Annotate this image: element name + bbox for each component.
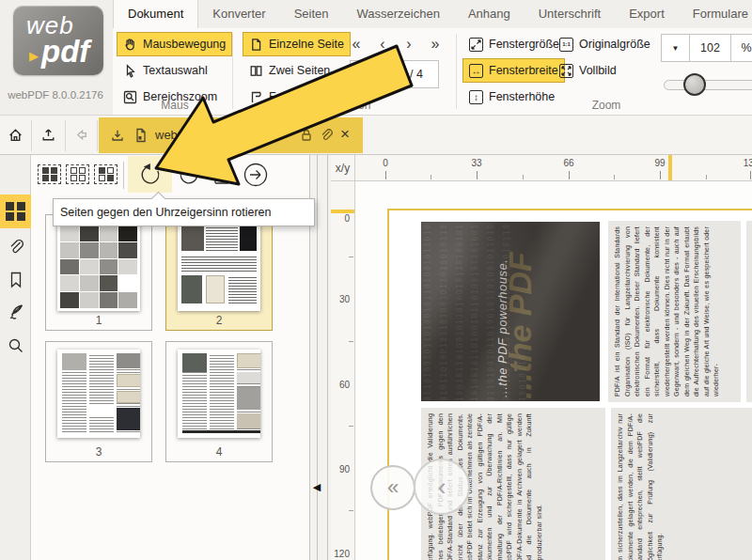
fensterbreite-label: Fensterbreite [489,64,558,77]
cursor-y-marker [331,210,355,213]
ruler-label: 0 [383,158,388,168]
tab-dokument[interactable]: Dokument [113,0,198,28]
move-pages-button[interactable] [243,162,269,188]
back-button[interactable] [66,116,97,154]
select-all-pages-button[interactable] [38,164,61,184]
zoom-dropdown-button[interactable]: ▼ [661,34,690,62]
ruler-label: 30 [339,294,350,304]
sidebar-item-signature[interactable] [0,295,31,329]
rotate-clockwise-button[interactable] [177,163,201,187]
tab-konverter[interactable]: Konverter [198,0,279,28]
quill-icon [7,303,25,321]
page-thumbnail-2-selected[interactable]: 2 [165,214,273,331]
app-version: webPDF 8.0.0.2176 [0,89,111,101]
mausbewegung-button[interactable]: Mausbewegung [117,32,232,56]
back-arrow-icon [73,127,89,143]
thumbnail-image [57,223,140,311]
arrow-right-circle-icon [243,162,269,188]
thumbnail-image [178,223,260,311]
tab-export[interactable]: Export [615,0,679,28]
zoom-slider-knob[interactable] [683,73,706,96]
delete-pages-button[interactable] [211,162,233,187]
zwei-seiten-button[interactable]: Zwei Seiten [243,58,337,83]
ruler-label: 132 [744,158,752,168]
separator [65,120,66,151]
page-cover-image: 0110100101101001011010010110100101101001… [421,222,600,401]
logo-pdf-text: pdf [41,34,89,70]
document-tab[interactable]: webpdf_de.pdf × [99,117,363,153]
close-document-button[interactable]: × [331,117,359,153]
zoom-level-input[interactable]: 102 [689,34,731,62]
tab-wasserzeichen[interactable]: Wasserzeichen [343,0,454,28]
image-gloss [421,222,600,401]
ruler-corner: x/y [331,155,355,181]
cursor-x-marker [668,155,672,181]
deselect-all-pages-button[interactable] [66,164,89,184]
tab-formulare[interactable]: Formulare [679,0,752,28]
invert-selection-button[interactable] [94,164,118,184]
fit-width-icon: ↔ [469,64,483,78]
page-number: 1 [46,314,151,327]
page-number-input[interactable]: 2 [350,60,395,88]
sidebar-item-bookmarks[interactable] [0,263,31,297]
zoom-slider-track[interactable] [664,80,752,90]
tab-unterschrift[interactable]: Unterschrift [525,0,615,28]
first-page-overlay-button[interactable]: « [370,465,415,510]
home-icon [8,127,24,143]
einzelne-seite-button[interactable]: Einzelne Seite [243,32,351,56]
last-page-button[interactable]: » [423,32,447,56]
page-total: / 4 [394,60,439,88]
vollbild-label: Vollbild [579,64,617,77]
separator [123,162,124,189]
previous-page-button[interactable]: ‹ [370,32,395,56]
textauswahl-label: Textauswahl [143,64,208,77]
rotate-counterclockwise-button[interactable] [128,156,172,193]
thumbnail-image [57,350,140,438]
page-text-block: Um sicherzustellen, dass im Langzeitarch… [611,408,752,560]
page-number: 2 [166,314,272,327]
originalgroesse-button[interactable]: 1:1 Originalgröße [553,32,657,56]
sidebar-item-attachments[interactable] [0,230,31,264]
rotated-text: PDF/A ist ein Standard der International… [608,221,741,402]
single-page-icon [249,38,263,52]
sidebar-item-search[interactable] [0,329,31,363]
pdf-file-icon [133,128,149,143]
separator [97,120,98,151]
search-icon [7,336,25,355]
first-page-button[interactable]: « [344,32,368,56]
hand-icon [123,38,137,52]
two-pages-icon [249,64,263,78]
tab-anhang[interactable]: Anhang [454,0,525,28]
originalgroesse-label: Originalgröße [579,38,650,51]
open-upload-button[interactable] [32,116,65,154]
thumbnail-image [178,350,260,438]
page-thumbnail-3[interactable]: 3 [45,341,152,462]
collapse-panel-button[interactable]: ◀ [310,479,323,494]
vollbild-button[interactable]: Vollbild [553,58,623,83]
tab-seiten[interactable]: Seiten [280,0,343,28]
page-thumbnail-4[interactable]: 4 [165,341,273,462]
separator [31,120,32,151]
fensterbreite-button[interactable]: ↔ Fensterbreite [462,58,565,83]
rotated-text: von PDF-Dateien gemäß dem ISO-Standard P… [746,221,752,402]
ruler-label: 66 [563,158,573,168]
lock-icon [299,128,314,143]
fenstergroesse-button[interactable]: Fenstergröße [462,32,566,56]
previous-page-overlay-button[interactable]: ‹ [414,459,470,515]
rotated-text: Um sicherzustellen, dass im Langzeitarch… [611,408,752,560]
trash-icon [211,162,233,187]
document-filename: webpdf_de.pdf [155,117,235,153]
one-to-one-icon: 1:1 [559,38,573,52]
home-button[interactable] [0,116,31,154]
document-viewport[interactable]: 0110100101101001011010010110100101101001… [355,181,752,560]
page-number: 3 [46,445,151,459]
bookmark-icon [7,271,25,289]
fenstergroesse-label: Fenstergröße [489,38,559,51]
rotate-ccw-icon [138,163,163,187]
page-thumbnail-1[interactable]: 1 [45,214,152,331]
textauswahl-button[interactable]: Textauswahl [117,58,214,83]
page-text-block: von PDF-Dateien gemäß dem ISO-Standard P… [746,221,752,402]
next-page-button[interactable]: › [397,32,421,56]
fullscreen-icon [559,64,573,78]
sidebar-item-thumbnails[interactable] [0,194,31,228]
